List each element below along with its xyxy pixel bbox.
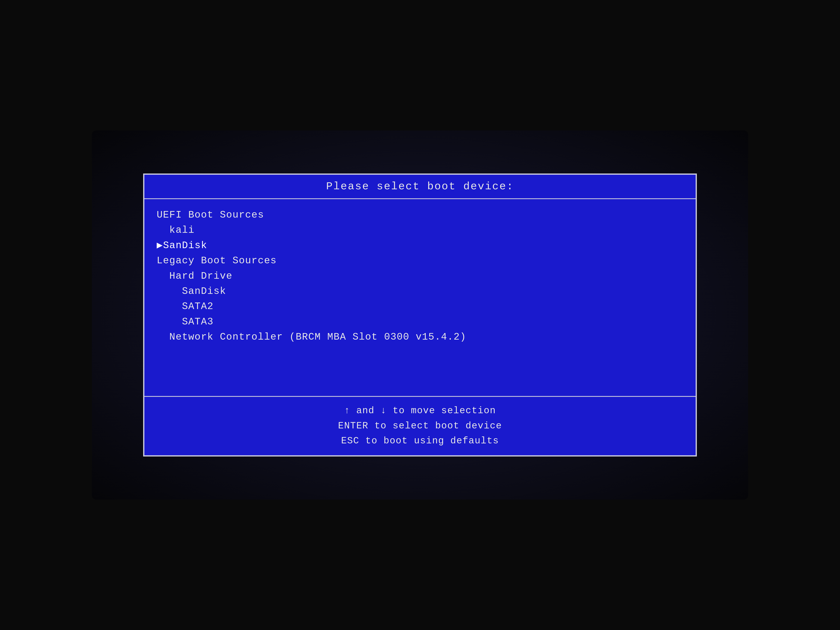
bios-title: Please select boot device: <box>326 180 514 193</box>
menu-item-sandisk-legacy[interactable]: SanDisk <box>157 284 683 299</box>
menu-area: UEFI Boot Sources kali▶SanDiskLegacy Boo… <box>144 199 696 397</box>
menu-item-sata2[interactable]: SATA2 <box>157 299 683 314</box>
menu-item-legacy-boot-sources[interactable]: Legacy Boot Sources <box>157 253 683 268</box>
title-bar: Please select boot device: <box>144 175 696 199</box>
menu-item-uefi-boot-sources[interactable]: UEFI Boot Sources <box>157 207 683 223</box>
screen-outer: Please select boot device: UEFI Boot Sou… <box>92 130 748 500</box>
footer-area: ↑ and ↓ to move selectionENTER to select… <box>144 397 696 455</box>
menu-item-network-controller[interactable]: Network Controller (BRCM MBA Slot 0300 v… <box>157 329 683 344</box>
footer-line-0: ↑ and ↓ to move selection <box>144 403 696 418</box>
menu-item-hard-drive[interactable]: Hard Drive <box>157 268 683 284</box>
menu-item-sandisk-uefi[interactable]: ▶SanDisk <box>157 238 683 253</box>
menu-item-sata3[interactable]: SATA3 <box>157 314 683 329</box>
bios-box: Please select boot device: UEFI Boot Sou… <box>143 174 697 456</box>
menu-item-kali[interactable]: kali <box>157 223 683 238</box>
footer-line-2: ESC to boot using defaults <box>144 434 696 449</box>
footer-line-1: ENTER to select boot device <box>144 418 696 434</box>
